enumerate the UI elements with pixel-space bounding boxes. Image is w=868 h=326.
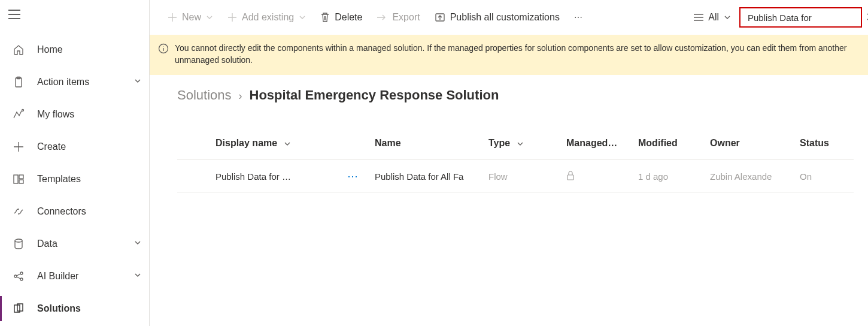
new-button[interactable]: New bbox=[162, 7, 219, 28]
clipboard-icon bbox=[8, 76, 29, 88]
table-header-row: Display name Name Type Managed… Modified… bbox=[177, 127, 854, 160]
solutions-icon bbox=[8, 303, 29, 315]
svg-point-8 bbox=[20, 272, 23, 274]
banner-text: You cannot directly edit the components … bbox=[175, 42, 860, 67]
cell-status: On bbox=[800, 160, 854, 193]
table-row[interactable]: Publish Data for … ⋯ Publish Data for Al… bbox=[177, 160, 854, 193]
svg-rect-4 bbox=[19, 175, 23, 179]
chevron-down-icon bbox=[284, 140, 291, 147]
chevron-down-icon bbox=[133, 271, 142, 282]
hamburger-icon[interactable] bbox=[0, 0, 29, 29]
export-button[interactable]: Export bbox=[371, 7, 426, 28]
cell-display-name: Publish Data for … bbox=[216, 160, 347, 193]
sidebar-item-my-flows[interactable]: My flows bbox=[0, 98, 149, 131]
svg-rect-14 bbox=[567, 175, 573, 180]
sidebar-item-home[interactable]: Home bbox=[0, 34, 149, 66]
trash-icon bbox=[320, 12, 330, 23]
list-icon bbox=[694, 13, 703, 22]
sidebar-item-action-items[interactable]: Action items bbox=[0, 66, 149, 98]
col-owner[interactable]: Owner bbox=[710, 127, 800, 160]
info-banner: You cannot directly edit the components … bbox=[150, 35, 868, 75]
plus-icon bbox=[8, 141, 29, 152]
sidebar: Home Action items My flows Create bbox=[0, 0, 150, 326]
sidebar-item-ai-builder[interactable]: AI Builder bbox=[0, 260, 149, 292]
col-status[interactable]: Status bbox=[800, 127, 854, 160]
nav: Home Action items My flows Create bbox=[0, 34, 149, 325]
plus-icon bbox=[168, 13, 177, 22]
chevron-down-icon bbox=[517, 140, 524, 147]
sidebar-item-create[interactable]: Create bbox=[0, 131, 149, 163]
components-table: Display name Name Type Managed… Modified… bbox=[150, 127, 868, 193]
breadcrumb-root[interactable]: Solutions bbox=[177, 87, 232, 103]
add-existing-label: Add existing bbox=[242, 12, 294, 23]
ai-builder-icon bbox=[8, 270, 29, 282]
chevron-down-icon bbox=[724, 14, 731, 21]
new-label: New bbox=[182, 12, 201, 23]
cell-type: Flow bbox=[488, 160, 566, 193]
publish-icon bbox=[435, 13, 445, 22]
flow-icon bbox=[8, 108, 29, 120]
export-label: Export bbox=[392, 12, 420, 23]
publish-label: Publish all customizations bbox=[450, 12, 560, 23]
svg-point-9 bbox=[20, 278, 23, 280]
delete-button[interactable]: Delete bbox=[314, 7, 368, 28]
svg-point-2 bbox=[22, 110, 24, 111]
sidebar-item-label: Create bbox=[29, 141, 142, 152]
col-name[interactable]: Name bbox=[375, 127, 488, 160]
page-title: Hospital Emergency Response Solution bbox=[250, 87, 499, 103]
col-type[interactable]: Type bbox=[488, 127, 566, 160]
svg-point-6 bbox=[15, 239, 22, 242]
publish-button[interactable]: Publish all customizations bbox=[429, 7, 566, 28]
svg-rect-3 bbox=[14, 175, 18, 183]
search-box[interactable] bbox=[739, 7, 862, 28]
command-bar: New Add existing Delete Export Publish a… bbox=[150, 0, 868, 35]
sidebar-item-label: AI Builder bbox=[29, 271, 133, 282]
sidebar-item-data[interactable]: Data bbox=[0, 228, 149, 260]
svg-rect-5 bbox=[19, 180, 23, 183]
sidebar-item-solutions[interactable]: Solutions bbox=[0, 292, 149, 325]
sidebar-item-label: My flows bbox=[29, 109, 142, 120]
cell-owner: Zubin Alexande bbox=[710, 160, 800, 193]
col-display-name[interactable]: Display name bbox=[216, 127, 347, 160]
database-icon bbox=[8, 238, 29, 250]
cell-modified: 1 d ago bbox=[638, 160, 710, 193]
sidebar-item-label: Data bbox=[29, 239, 133, 249]
sidebar-item-connectors[interactable]: Connectors bbox=[0, 195, 149, 228]
templates-icon bbox=[8, 173, 29, 185]
chevron-down-icon bbox=[133, 239, 142, 249]
home-icon bbox=[8, 44, 29, 56]
sidebar-item-label: Home bbox=[29, 44, 142, 55]
plus-icon bbox=[227, 13, 237, 22]
chevron-down-icon bbox=[206, 14, 213, 21]
sidebar-item-label: Templates bbox=[29, 174, 142, 185]
col-managed[interactable]: Managed… bbox=[566, 127, 638, 160]
breadcrumb: Solutions › Hospital Emergency Response … bbox=[150, 77, 868, 103]
export-icon bbox=[377, 13, 387, 22]
row-actions-button[interactable]: ⋯ bbox=[347, 160, 375, 193]
delete-label: Delete bbox=[335, 12, 362, 23]
svg-rect-0 bbox=[16, 78, 22, 87]
sidebar-item-label: Action items bbox=[29, 77, 133, 87]
sidebar-item-templates[interactable]: Templates bbox=[0, 163, 149, 195]
search-input[interactable] bbox=[746, 12, 863, 23]
connectors-icon bbox=[8, 206, 29, 218]
filter-button[interactable]: All bbox=[688, 7, 737, 28]
chevron-right-icon: › bbox=[239, 90, 242, 102]
cell-managed bbox=[566, 160, 638, 193]
add-existing-button[interactable]: Add existing bbox=[221, 7, 312, 28]
sidebar-item-label: Solutions bbox=[29, 303, 142, 314]
sidebar-item-label: Connectors bbox=[29, 206, 142, 217]
overflow-button[interactable]: ⋯ bbox=[568, 13, 590, 22]
info-icon bbox=[158, 43, 169, 57]
cell-name: Publish Data for All Fa bbox=[375, 160, 488, 193]
col-modified[interactable]: Modified bbox=[638, 127, 710, 160]
chevron-down-icon bbox=[133, 77, 142, 87]
lock-icon bbox=[566, 172, 575, 182]
chevron-down-icon bbox=[299, 14, 306, 21]
filter-label: All bbox=[708, 12, 719, 23]
svg-point-7 bbox=[14, 275, 17, 277]
